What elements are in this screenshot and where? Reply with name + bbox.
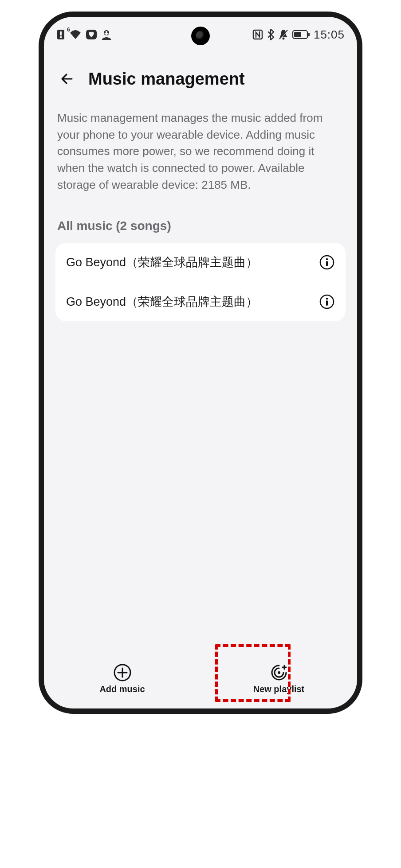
plus-circle-icon [113,663,132,682]
add-music-button[interactable]: Add music [44,656,200,701]
status-bar: 6 15:05 [44,17,357,52]
battery-icon [292,30,310,39]
bottom-bar: Add music New playlist [44,656,357,701]
description-text: Music management manages the music added… [55,105,346,193]
new-playlist-button[interactable]: New playlist [200,656,357,701]
svg-rect-14 [326,261,328,266]
svg-point-6 [282,38,284,40]
status-clock: 15:05 [314,28,345,42]
info-icon[interactable] [319,254,335,270]
disc-plus-icon [269,663,289,682]
back-button[interactable] [57,69,78,89]
download-manager-icon [101,29,112,40]
svg-rect-2 [60,36,62,38]
song-title: Go Beyond（荣耀全球品牌主题曲） [66,254,258,270]
svg-rect-1 [60,31,62,35]
arrow-left-icon [59,70,76,88]
nfc-icon [252,29,263,40]
song-row[interactable]: Go Beyond（荣耀全球品牌主题曲） [55,243,346,282]
bluetooth-icon [267,29,275,40]
song-row[interactable]: Go Beyond（荣耀全球品牌主题曲） [55,282,346,321]
info-icon[interactable] [319,294,335,310]
add-music-label: Add music [99,684,145,694]
content-area: Music management manages the music added… [44,105,357,655]
status-left: 6 [56,29,112,40]
song-title: Go Beyond（荣耀全球品牌主题曲） [66,294,258,310]
svg-point-13 [326,258,328,260]
svg-point-16 [326,298,328,300]
page-title: Music management [88,70,245,89]
section-label-all-music: All music (2 songs) [55,219,346,233]
app-header: Music management [44,61,357,97]
svg-rect-10 [294,32,301,37]
warning-sim-icon [56,29,65,40]
phone-frame: 6 15:05 [39,12,362,714]
svg-point-19 [278,671,280,674]
svg-rect-17 [326,300,328,306]
wifi-6-icon: 6 [69,29,82,40]
songs-card: Go Beyond（荣耀全球品牌主题曲） Go Beyond（荣耀全球品牌主题曲… [55,243,346,321]
status-right: 15:05 [252,28,345,42]
svg-rect-11 [308,33,310,36]
phone-side-button [362,309,362,358]
heart-icon [86,29,97,40]
new-playlist-label: New playlist [253,684,305,694]
phone-side-button [362,371,362,455]
mute-icon [278,29,289,40]
